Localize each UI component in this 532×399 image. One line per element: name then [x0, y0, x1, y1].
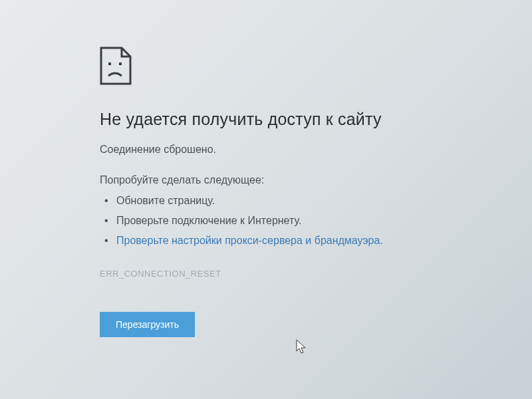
suggestion-item: Проверьте подключение к Интернету. [116, 213, 399, 229]
suggestion-item: Обновите страницу. [116, 193, 399, 209]
suggestion-proxy-link[interactable]: Проверьте настройки прокси-сервера и бра… [116, 233, 399, 249]
svg-rect-0 [108, 63, 111, 65]
suggestions-list: Обновите страницу. Проверьте подключение… [100, 193, 399, 249]
error-page-container: Не удается получить доступ к сайту Соеди… [0, 0, 399, 337]
cursor-icon [296, 339, 308, 358]
error-code: ERR_CONNECTION_RESET [100, 269, 399, 279]
sad-page-icon [100, 47, 133, 86]
suggestions-label: Попробуйте сделать следующее: [100, 174, 399, 186]
error-title: Не удается получить доступ к сайту [100, 110, 399, 129]
reload-button[interactable]: Перезагрузить [100, 312, 195, 337]
error-subtitle: Соединение сброшено. [100, 144, 399, 156]
svg-rect-1 [119, 63, 122, 65]
